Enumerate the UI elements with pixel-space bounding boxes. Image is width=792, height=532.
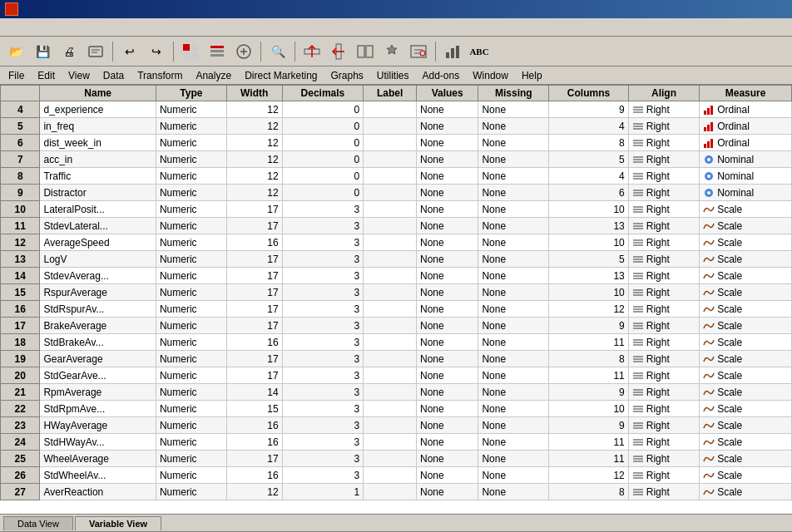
cell-label-14[interactable] [364, 268, 417, 284]
cell-columns-22[interactable]: 10 [549, 401, 628, 417]
cell-align-24[interactable]: Right [628, 434, 699, 451]
cell-values-19[interactable]: None [417, 351, 478, 367]
menu-analyze[interactable]: Analyze [189, 68, 238, 83]
cell-values-13[interactable]: None [417, 251, 478, 268]
chart-button[interactable] [440, 40, 465, 63]
cell-type-6[interactable]: Numeric [156, 135, 226, 151]
menu-window[interactable]: Window [466, 68, 515, 83]
cell-width-13[interactable]: 17 [226, 251, 282, 268]
cell-columns-26[interactable]: 12 [549, 467, 628, 484]
cell-measure-10[interactable]: Scale [700, 201, 792, 218]
cell-measure-23[interactable]: Scale [700, 417, 792, 434]
cell-width-22[interactable]: 15 [226, 401, 282, 417]
value-labels-button[interactable]: ABC [467, 40, 492, 63]
cell-missing-6[interactable]: None [478, 135, 549, 151]
dialog-recall-button[interactable] [83, 40, 108, 63]
cell-type-5[interactable]: Numeric [156, 118, 226, 135]
cell-missing-11[interactable]: None [478, 218, 549, 234]
cell-decimals-24[interactable]: 3 [282, 434, 364, 451]
cell-decimals-10[interactable]: 3 [282, 201, 364, 218]
cell-columns-5[interactable]: 4 [549, 118, 628, 135]
cell-missing-19[interactable]: None [478, 351, 549, 367]
cell-decimals-5[interactable]: 0 [282, 118, 364, 135]
cell-name-17[interactable]: BrakeAverage [40, 318, 156, 334]
cell-align-4[interactable]: Right [628, 101, 699, 118]
menu-view[interactable]: View [62, 68, 97, 83]
cell-align-21[interactable]: Right [628, 384, 699, 401]
cell-label-20[interactable] [364, 367, 417, 384]
open-button[interactable]: 📂 [3, 40, 28, 63]
cell-missing-12[interactable]: None [478, 234, 549, 251]
cell-values-26[interactable]: None [417, 467, 478, 484]
cell-missing-13[interactable]: None [478, 251, 549, 268]
cell-align-25[interactable]: Right [628, 451, 699, 467]
cell-type-11[interactable]: Numeric [156, 218, 226, 234]
cell-label-5[interactable] [364, 118, 417, 135]
cell-measure-22[interactable]: Scale [700, 401, 792, 417]
cell-width-17[interactable]: 17 [226, 318, 282, 334]
cell-label-27[interactable] [364, 484, 417, 500]
cell-align-13[interactable]: Right [628, 251, 699, 268]
cell-values-25[interactable]: None [417, 451, 478, 467]
cell-name-8[interactable]: Traffic [40, 168, 156, 185]
cell-values-17[interactable]: None [417, 318, 478, 334]
cell-values-21[interactable]: None [417, 384, 478, 401]
cell-name-10[interactable]: LateralPosit... [40, 201, 156, 218]
cell-decimals-12[interactable]: 3 [282, 234, 364, 251]
cell-columns-4[interactable]: 9 [549, 101, 628, 118]
cell-missing-15[interactable]: None [478, 284, 549, 301]
cell-columns-10[interactable]: 10 [549, 201, 628, 218]
cell-columns-8[interactable]: 4 [549, 168, 628, 185]
cell-width-8[interactable]: 12 [226, 168, 282, 185]
cell-type-16[interactable]: Numeric [156, 301, 226, 318]
cell-values-22[interactable]: None [417, 401, 478, 417]
cell-columns-15[interactable]: 10 [549, 284, 628, 301]
cell-columns-20[interactable]: 11 [549, 367, 628, 384]
cell-label-13[interactable] [364, 251, 417, 268]
cell-values-8[interactable]: None [417, 168, 478, 185]
cell-decimals-16[interactable]: 3 [282, 301, 364, 318]
cell-label-23[interactable] [364, 417, 417, 434]
cell-align-16[interactable]: Right [628, 301, 699, 318]
cell-missing-21[interactable]: None [478, 384, 549, 401]
cell-label-9[interactable] [364, 185, 417, 201]
cell-label-12[interactable] [364, 234, 417, 251]
cell-measure-13[interactable]: Scale [700, 251, 792, 268]
cell-width-15[interactable]: 17 [226, 284, 282, 301]
cell-measure-24[interactable]: Scale [700, 434, 792, 451]
variables-button[interactable] [231, 40, 256, 63]
cell-type-12[interactable]: Numeric [156, 234, 226, 251]
cell-columns-27[interactable]: 8 [549, 484, 628, 500]
cell-type-9[interactable]: Numeric [156, 185, 226, 201]
cell-label-16[interactable] [364, 301, 417, 318]
undo-button[interactable]: ↩ [117, 40, 142, 63]
cell-values-24[interactable]: None [417, 434, 478, 451]
cell-name-5[interactable]: in_freq [40, 118, 156, 135]
cell-columns-18[interactable]: 11 [549, 334, 628, 351]
cell-align-5[interactable]: Right [628, 118, 699, 135]
cell-columns-9[interactable]: 6 [549, 185, 628, 201]
cell-decimals-6[interactable]: 0 [282, 135, 364, 151]
cell-name-6[interactable]: dist_week_in [40, 135, 156, 151]
cell-label-11[interactable] [364, 218, 417, 234]
cell-name-15[interactable]: RspurAverage [40, 284, 156, 301]
cell-measure-20[interactable]: Scale [700, 367, 792, 384]
cell-values-20[interactable]: None [417, 367, 478, 384]
tab-data-view[interactable]: Data View [3, 516, 73, 525]
cell-name-19[interactable]: GearAverage [40, 351, 156, 367]
cell-type-23[interactable]: Numeric [156, 417, 226, 434]
cell-name-11[interactable]: StdevLateral... [40, 218, 156, 234]
split-file-button[interactable] [353, 40, 378, 63]
cell-align-6[interactable]: Right [628, 135, 699, 151]
cell-width-26[interactable]: 16 [226, 467, 282, 484]
menu-addons[interactable]: Add-ons [416, 68, 467, 83]
cell-columns-24[interactable]: 11 [549, 434, 628, 451]
tab-variable-view[interactable]: Variable View [75, 516, 161, 525]
cell-name-13[interactable]: LogV [40, 251, 156, 268]
cell-label-10[interactable] [364, 201, 417, 218]
cell-label-18[interactable] [364, 334, 417, 351]
cell-label-26[interactable] [364, 467, 417, 484]
cell-missing-25[interactable]: None [478, 451, 549, 467]
cell-type-17[interactable]: Numeric [156, 318, 226, 334]
cell-label-19[interactable] [364, 351, 417, 367]
